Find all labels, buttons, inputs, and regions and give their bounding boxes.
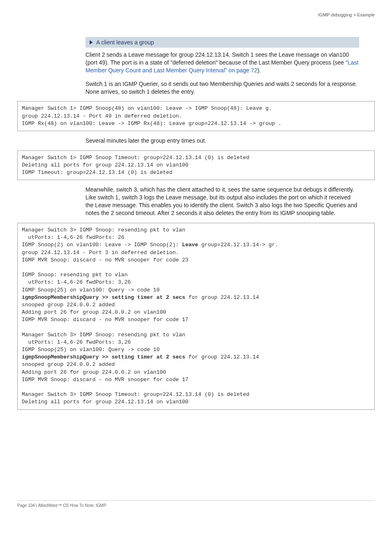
text-run: ).: [257, 67, 261, 74]
section-title: A client leaves a group: [96, 39, 154, 46]
code-line: Adding port 26 for group 224.0.0.2 on vl…: [22, 309, 166, 315]
code-output: Manager Switch 1> IGMP Snoop(48) on vlan…: [17, 101, 375, 131]
code-line: IGMP Snoop(2) on vlan100: Leave -> IGMP …: [22, 242, 182, 248]
code-line: IGMP MVR Snoop: discard - no MVR snooper…: [22, 317, 189, 323]
code-line: snooped group 224.0.0.2 added: [22, 302, 115, 308]
text-run: Client 2 sends a Leave message for group…: [85, 51, 349, 66]
code-bold: igmpSnoopMembershipQuery >> setting time…: [22, 294, 185, 301]
paragraph: Meanwhile, switch 3, which has the clien…: [85, 186, 359, 217]
code-line: Manager Switch 3> IGMP Snoop Timeout: gr…: [22, 391, 249, 398]
code-line: utPorts: 1-4,6-26 fwdPorts: 3,26: [22, 279, 131, 285]
code-output: Manager Switch 3> IGMP Snoop: resending …: [17, 223, 375, 410]
code-line: Deleting all ports for group 224.12.13.1…: [22, 399, 189, 405]
code-output: Manager Switch 1> IGMP Snoop Timeout: gr…: [17, 150, 375, 180]
code-bold: igmpSnoopMembershipQuery >> setting time…: [22, 354, 185, 360]
code-line: IGMP MVR Snoop: discard - no MVR snooper…: [22, 377, 189, 383]
code-line: group=224.12.13.14-> gr.: [198, 242, 278, 248]
code-bold: Leave: [182, 242, 198, 248]
code-line: IGMP Snoop(25) on vlan100: Query -> code…: [22, 347, 159, 353]
paragraph: Client 2 sends a Leave message for group…: [85, 51, 359, 74]
code-line: Manager Switch 3> IGMP Snoop: resending …: [22, 332, 185, 338]
page-footer: Page 104 | AlliedWare™ OS How To Note: I…: [17, 500, 375, 508]
code-line: IGMP Snoop(25) on vlan100: Query -> code…: [22, 287, 159, 293]
code-line: utPorts: 1-4,6-26 fwdPorts: 3,26: [22, 339, 131, 345]
code-line: Adding port 26 for group 224.0.0.2 on vl…: [22, 369, 166, 375]
code-line: for group 224.12.13.14: [185, 354, 259, 360]
page-header-breadcrumb: IGMP debugging > Example: [17, 12, 375, 17]
code-line: IGMP MVR Snoop: discard - no MVR snooper…: [22, 257, 189, 263]
code-line: snooped group 224.0.0.2 added: [22, 361, 115, 368]
triangle-right-icon: [90, 40, 93, 44]
section-heading: A client leaves a group: [85, 37, 359, 48]
paragraph: Switch 1 is an IGMP Querier, so it sends…: [85, 80, 359, 96]
code-line: for group 224.12.13.14: [185, 294, 259, 301]
paragraph: Several minutes later the group entry ti…: [85, 137, 359, 145]
code-line: Manager Switch 3> IGMP Snoop: resending …: [22, 227, 185, 233]
code-line: IGMP Snoop: resending pkt to vlan: [22, 272, 127, 278]
code-line: utPorts: 1-4,6-26 fwdPorts: 26: [22, 234, 125, 240]
code-line: group 224.12.13.14 - Port 3 in deferred …: [22, 250, 179, 256]
